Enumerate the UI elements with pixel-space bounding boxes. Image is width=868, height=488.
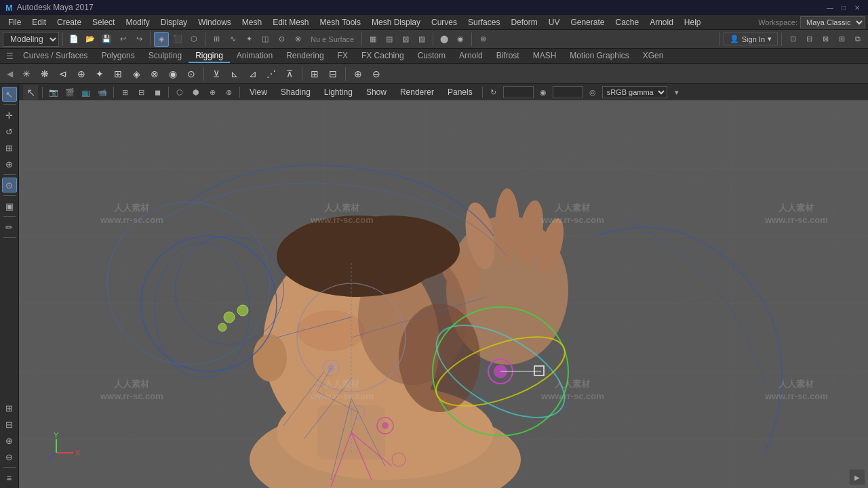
menu-edit-mesh[interactable]: Edit Mesh xyxy=(267,16,314,28)
soft-select-button[interactable]: ⊙ xyxy=(2,178,17,192)
tab-xgen[interactable]: XGen xyxy=(636,49,671,63)
snap-view-button[interactable]: ⊙ xyxy=(274,32,289,47)
shelf-icon-4[interactable]: ⊕ xyxy=(73,66,90,82)
colorspace-select[interactable]: sRGB gamma xyxy=(602,86,667,98)
minimize-button[interactable]: — xyxy=(825,2,835,13)
shelf-icon-16[interactable]: ⊞ xyxy=(307,66,323,82)
shelf-icon-6[interactable]: ⊞ xyxy=(110,66,126,82)
menu-curves[interactable]: Curves xyxy=(426,16,462,28)
shelf-icon-10[interactable]: ⊙ xyxy=(183,66,199,82)
select-mode-button[interactable]: ◈ xyxy=(154,32,169,47)
vp-btn-d[interactable]: ⊗ xyxy=(222,86,235,98)
menu-select[interactable]: Select xyxy=(87,16,120,28)
menu-windows[interactable]: Windows xyxy=(193,16,237,28)
shelf-icon-19[interactable]: ⊖ xyxy=(368,66,384,82)
unity2-button[interactable]: ⊟ xyxy=(802,32,816,47)
shelf-icon-8[interactable]: ⊗ xyxy=(146,66,163,82)
snap-grid-button[interactable]: ⊞ xyxy=(209,32,224,47)
menu-file[interactable]: File xyxy=(3,16,26,28)
paint-tool-button[interactable]: ✏ xyxy=(2,220,17,235)
menu-generate[interactable]: Generate xyxy=(565,16,610,28)
lighting-menu[interactable]: Lighting xyxy=(319,86,358,98)
paint-effects-button[interactable]: ◉ xyxy=(453,32,468,47)
shelf-icon-2[interactable]: ❋ xyxy=(37,66,53,82)
menu-surfaces[interactable]: Surfaces xyxy=(462,16,505,28)
menu-modify[interactable]: Modify xyxy=(120,16,155,28)
shading-menu[interactable]: Shading xyxy=(275,86,316,98)
new-scene-button[interactable]: 📄 xyxy=(66,32,81,47)
tab-fx-caching[interactable]: FX Caching xyxy=(355,49,411,63)
snap-surface-button[interactable]: ◫ xyxy=(258,32,273,47)
tab-custom[interactable]: Custom xyxy=(411,49,452,63)
vp-arrow-button[interactable]: ↖ xyxy=(23,85,38,100)
vp-btn-b[interactable]: ⬢ xyxy=(189,86,203,98)
shelf-icon-14[interactable]: ⋰ xyxy=(263,66,279,82)
render-settings-button[interactable]: ▧ xyxy=(398,32,413,47)
menu-deform[interactable]: Deform xyxy=(505,16,542,28)
tab-curves-surfaces[interactable]: Curves / Surfaces xyxy=(16,49,94,63)
shelf-icon-11[interactable]: ⊻ xyxy=(208,66,224,82)
vp-refresh-button[interactable]: ↻ xyxy=(487,86,500,98)
status-line-button[interactable]: ≡ xyxy=(2,470,17,485)
shelf-icon-15[interactable]: ⊼ xyxy=(281,66,298,82)
shelf-icon-7[interactable]: ◈ xyxy=(128,66,144,82)
move-tool-button[interactable]: ✛ xyxy=(2,108,17,123)
lasso-select-button[interactable]: ⬡ xyxy=(186,32,201,47)
modeling-toolkit-button[interactable]: ⊖ xyxy=(2,449,17,464)
tab-rendering[interactable]: Rendering xyxy=(279,49,330,63)
paint-select-button[interactable]: ⬛ xyxy=(170,32,185,47)
menu-arnold[interactable]: Arnold xyxy=(644,16,679,28)
tab-bifrost[interactable]: Bifrost xyxy=(490,49,526,63)
panels-menu[interactable]: Panels xyxy=(442,86,478,98)
workspace-select[interactable]: Maya Classic xyxy=(800,16,865,28)
redo-button[interactable]: ↪ xyxy=(132,32,146,47)
shelf-icon-9[interactable]: ◉ xyxy=(165,66,181,82)
tab-sculpting[interactable]: Sculpting xyxy=(142,49,189,63)
render-view-button[interactable]: ▨ xyxy=(414,32,429,47)
mode-selector[interactable]: Modeling xyxy=(3,32,59,47)
show-manipulator-button[interactable]: ▣ xyxy=(2,199,17,214)
vp-wire-button[interactable]: ⊟ xyxy=(134,86,148,98)
snap-point-button[interactable]: ✦ xyxy=(241,32,256,47)
open-scene-button[interactable]: 📂 xyxy=(83,32,98,47)
menu-uv[interactable]: UV xyxy=(543,16,566,28)
hypershade-button[interactable]: ⬤ xyxy=(437,32,452,47)
tab-mash[interactable]: MASH xyxy=(526,49,564,63)
menu-create[interactable]: Create xyxy=(52,16,87,28)
attribute-editor-button[interactable]: ⊟ xyxy=(2,417,17,432)
select-tool-button[interactable]: ↖ xyxy=(2,87,17,102)
menu-help[interactable]: Help xyxy=(679,16,707,28)
menu-mesh-tools[interactable]: Mesh Tools xyxy=(315,16,366,28)
undo-button[interactable]: ↩ xyxy=(115,32,130,47)
tab-fx[interactable]: FX xyxy=(331,49,355,63)
shelf-icon-1[interactable]: ✳ xyxy=(18,66,35,82)
colorspace-expand-button[interactable]: ▾ xyxy=(670,86,684,98)
shelf-icon-18[interactable]: ⊕ xyxy=(350,66,366,82)
sign-in-button[interactable]: 👤 Sign In ▾ xyxy=(724,33,778,45)
menu-mesh-display[interactable]: Mesh Display xyxy=(366,16,426,28)
unity5-button[interactable]: ⧉ xyxy=(850,32,865,47)
scale-tool-button[interactable]: ⊞ xyxy=(2,140,17,155)
xgen-button[interactable]: ⊛ xyxy=(475,32,490,47)
tab-rigging[interactable]: Rigging xyxy=(189,49,230,63)
close-button[interactable]: ✕ xyxy=(852,2,863,13)
menu-cache[interactable]: Cache xyxy=(610,16,644,28)
shelf-icon-12[interactable]: ⊾ xyxy=(226,66,243,82)
view-menu[interactable]: View xyxy=(244,86,273,98)
shelf-icon-17[interactable]: ⊟ xyxy=(325,66,341,82)
outliner-button[interactable]: ⊕ xyxy=(2,433,17,448)
vp-cam3-button[interactable]: 📺 xyxy=(79,86,93,98)
universal-tool-button[interactable]: ⊕ xyxy=(2,157,17,171)
shelf-icon-3[interactable]: ⊲ xyxy=(55,66,71,82)
tab-polygons[interactable]: Polygons xyxy=(94,49,141,63)
render-region-button[interactable]: ▦ xyxy=(366,32,380,47)
viewport[interactable]: ↖ 📷 🎬 📺 📹 ⊞ ⊟ ◼ ⬡ ⬢ ⊕ ⊗ View Shading Lig… xyxy=(19,84,868,488)
tab-motion-graphics[interactable]: Motion Graphics xyxy=(563,49,635,63)
snap-curve-button[interactable]: ∿ xyxy=(225,32,240,47)
shelf-icon-5[interactable]: ✦ xyxy=(92,66,108,82)
rotate-tool-button[interactable]: ↺ xyxy=(2,124,17,139)
shelf-toggle-button[interactable]: ☰ xyxy=(3,49,16,63)
vp-cam4-button[interactable]: 📹 xyxy=(96,86,109,98)
vp-cam2-button[interactable]: 🎬 xyxy=(63,86,77,98)
exposure-input[interactable]: 0.00 xyxy=(503,86,534,98)
